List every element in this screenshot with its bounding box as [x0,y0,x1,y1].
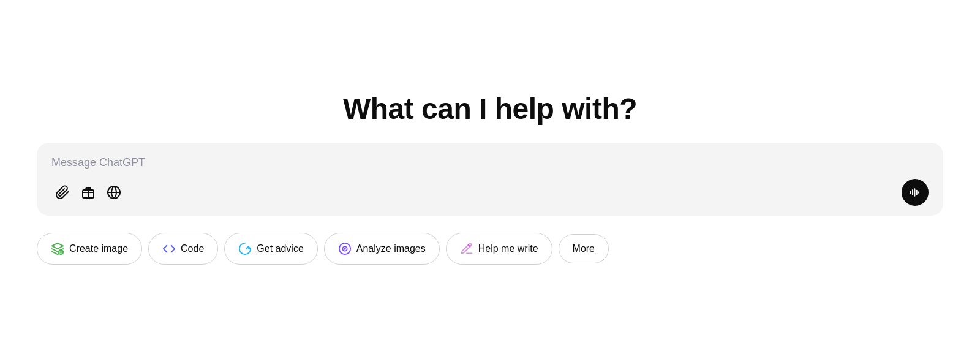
svg-rect-7 [918,191,919,193]
create-image-icon [51,242,64,256]
help-write-icon [460,242,473,256]
svg-rect-6 [916,189,918,194]
main-container: What can I help with? Message ChatGPT [0,92,980,265]
svg-rect-4 [912,189,913,195]
svg-point-14 [344,248,345,249]
help-me-write-button[interactable]: Help me write [446,233,552,265]
more-label: More [573,243,595,254]
create-image-label: Create image [69,243,128,254]
get-advice-label: Get advice [257,243,303,254]
tools-button[interactable] [77,181,99,203]
create-image-button[interactable]: Create image [37,233,142,265]
action-buttons: Create image Code Get advice [37,233,943,265]
help-me-write-label: Help me write [478,243,538,254]
input-box[interactable]: Message ChatGPT [37,143,943,216]
code-label: Code [181,243,204,254]
analyze-icon [338,242,352,256]
toolbar-left [51,181,125,203]
svg-rect-5 [914,188,915,196]
svg-line-15 [468,244,470,246]
waveform-icon [909,186,921,199]
page-title: What can I help with? [343,92,637,126]
input-placeholder: Message ChatGPT [51,156,929,169]
search-web-button[interactable] [103,181,125,203]
get-advice-button[interactable]: Get advice [224,233,317,265]
paperclip-icon [55,185,70,200]
tools-icon [81,185,96,200]
analyze-images-button[interactable]: Analyze images [324,233,440,265]
code-icon [162,242,176,256]
analyze-images-label: Analyze images [356,243,426,254]
svg-rect-3 [910,191,911,194]
attach-file-button[interactable] [51,181,74,203]
get-advice-icon [238,242,252,256]
globe-icon [107,185,121,200]
more-button[interactable]: More [559,234,609,263]
input-toolbar [51,179,929,206]
code-button[interactable]: Code [148,233,218,265]
voice-input-button[interactable] [902,179,929,206]
